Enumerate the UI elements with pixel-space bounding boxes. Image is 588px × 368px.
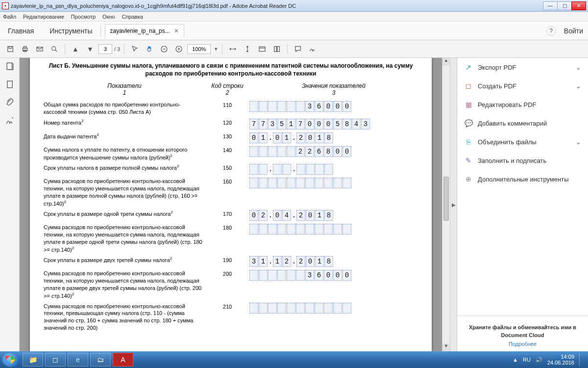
value-cell (249, 303, 258, 314)
menu-window[interactable]: Окно (102, 14, 115, 20)
thumbnails-icon[interactable] (5, 62, 14, 72)
tool-item[interactable]: ✎Заполнить и подписать (457, 151, 588, 170)
value-cell (343, 224, 351, 235)
hand-tool-icon[interactable] (143, 43, 156, 55)
print-icon[interactable] (19, 43, 31, 55)
tool-label: Создать PDF (478, 82, 516, 90)
login-button[interactable]: Войти (564, 27, 583, 35)
tool-item[interactable]: ⊕Дополнительные инструменты (457, 170, 588, 188)
row-label: Срок уплаты в размере двух третей суммы … (44, 256, 205, 264)
window-title: zayavlenie_ip_na_psn_dlya_polucheniya_na… (11, 3, 296, 9)
document-page: Лист Б. Уменьшение суммы налога, уплачив… (30, 58, 432, 351)
document-scrollbar[interactable]: ▲ ▼ (442, 58, 450, 351)
value-cell (305, 303, 314, 314)
mail-icon[interactable] (33, 43, 46, 55)
window-close-button[interactable]: ✕ (571, 1, 586, 10)
zoom-out-icon[interactable] (158, 43, 171, 55)
form-row: Сумма расходов по приобретению контрольн… (44, 224, 418, 253)
menu-help[interactable]: Справка (122, 14, 143, 20)
read-mode-icon[interactable] (256, 43, 269, 55)
help-icon[interactable]: ? (546, 26, 556, 36)
tab-tools[interactable]: Инструменты (42, 22, 100, 40)
taskbar-acrobat-icon[interactable]: A (113, 353, 133, 367)
view-mode-icon[interactable] (270, 43, 283, 55)
row-value (249, 224, 352, 235)
zoom-input[interactable] (187, 44, 211, 54)
tool-item[interactable]: ◻Создать PDF⌄ (457, 77, 588, 95)
value-cell: 1 (287, 119, 295, 130)
tray-flag-icon[interactable]: 🔊 (536, 357, 542, 363)
fit-width-icon[interactable] (226, 43, 239, 55)
menu-edit[interactable]: Редактирование (23, 14, 64, 20)
value-cell (268, 224, 277, 235)
tool-item[interactable]: ⎘Объединить файлы⌄ (457, 132, 588, 151)
page-number-input[interactable] (98, 44, 112, 54)
start-button[interactable] (2, 352, 20, 367)
svg-rect-0 (8, 46, 13, 52)
select-tool-icon[interactable] (128, 43, 141, 55)
row-code: 160 (205, 178, 249, 184)
svg-rect-3 (24, 46, 26, 48)
fit-page-icon[interactable] (241, 43, 254, 55)
menu-view[interactable]: Просмотр (71, 14, 96, 20)
value-cell (249, 164, 258, 175)
window-maximize-button[interactable]: ▢ (557, 1, 572, 10)
attachments-icon[interactable] (5, 98, 14, 108)
taskbar-explorer-icon[interactable]: 🗂 (90, 353, 111, 367)
svg-rect-1 (9, 46, 11, 48)
bookmarks-icon[interactable] (5, 80, 14, 90)
tool-item[interactable]: ▦Редактировать PDF (457, 95, 588, 114)
form-row: Срок уплаты в размере одной трети суммы … (44, 210, 418, 221)
row-label: Номер патента2 (44, 119, 205, 127)
page-viewport[interactable]: Лист Б. Уменьшение суммы налога, уплачив… (20, 58, 442, 351)
document-tab[interactable]: zayavlenie_ip_na_ps... ✕ (105, 24, 184, 38)
zoom-in-icon[interactable] (172, 43, 185, 55)
svg-rect-13 (7, 81, 12, 88)
zoom-dropdown-icon[interactable]: ▼ (214, 47, 218, 52)
tool-item[interactable]: ↗Экспорт PDF⌄ (457, 58, 588, 77)
cloud-learn-more-link[interactable]: Подробнее (509, 341, 537, 347)
value-cell (277, 101, 286, 112)
value-cell: 0 (324, 270, 333, 281)
comment-icon[interactable] (292, 43, 304, 55)
menu-file[interactable]: Файл (3, 14, 16, 20)
chevron-down-icon: ⌄ (576, 82, 581, 90)
row-label: Сумма расходов по приобретению контрольн… (44, 224, 205, 253)
value-cell (287, 303, 295, 314)
window-minimize-button[interactable]: — (543, 1, 558, 10)
value-cell (333, 178, 342, 188)
page-up-icon[interactable]: ▲ (69, 43, 82, 55)
tray-show-hidden-icon[interactable]: ▲ (513, 357, 518, 363)
close-tab-icon[interactable]: ✕ (174, 27, 179, 34)
svg-rect-10 (274, 46, 277, 52)
search-icon[interactable] (48, 43, 61, 55)
sign-icon[interactable] (306, 43, 319, 55)
row-code: 140 (205, 146, 249, 153)
value-cell: 1 (259, 256, 268, 267)
collapse-rightpanel-button[interactable]: ▶ (450, 58, 457, 351)
taskbar-ie-icon[interactable]: e (68, 353, 88, 367)
value-cell (268, 303, 277, 314)
value-cell (287, 224, 295, 235)
tray-lang[interactable]: RU (523, 357, 531, 363)
scroll-down-icon[interactable]: ▼ (442, 343, 450, 351)
signatures-icon[interactable] (5, 116, 14, 127)
taskbar-mediaplayer-icon[interactable]: ◻ (45, 353, 66, 367)
page-down-icon[interactable]: ▼ (84, 43, 97, 55)
value-cell (324, 164, 333, 175)
value-cell: 2 (282, 256, 291, 267)
form-row: Сумма налога к уплате по патенту, в отно… (44, 146, 418, 161)
value-cell (287, 178, 295, 188)
scroll-up-icon[interactable]: ▲ (442, 58, 450, 66)
svg-rect-11 (277, 46, 280, 52)
save-icon[interactable] (4, 43, 17, 55)
show-desktop-button[interactable] (579, 353, 583, 366)
value-cell (259, 101, 268, 112)
scroll-thumb[interactable] (443, 177, 449, 221)
page-total: / 3 (114, 46, 120, 52)
taskbar-libraries-icon[interactable]: 📁 (23, 353, 43, 367)
value-cell (277, 303, 286, 314)
tool-item[interactable]: 💬Добавить комментарий (457, 114, 588, 132)
ribbon: Главная Инструменты zayavlenie_ip_na_ps.… (0, 22, 588, 40)
tab-home[interactable]: Главная (0, 22, 42, 40)
